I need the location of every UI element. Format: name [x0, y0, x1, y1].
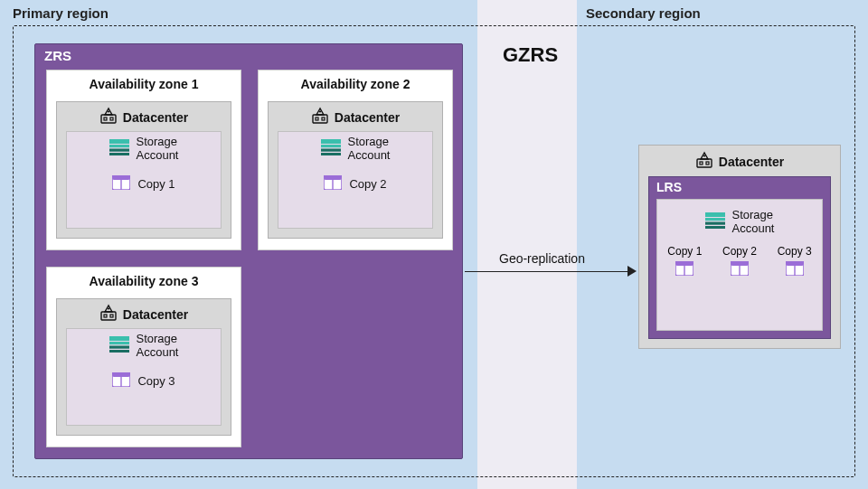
availability-zone-2: Availability zone 2 Datacenter StorageAc…: [258, 70, 453, 250]
datacenter-label: Datacenter: [335, 110, 400, 125]
copy-icon: [112, 175, 130, 193]
datacenter-label: Datacenter: [123, 110, 188, 125]
datacenter-block: Datacenter StorageAccount Copy 3: [56, 298, 231, 436]
lrs-copy-3: Copy 3: [778, 245, 812, 278]
copy-label: Copy 1: [667, 245, 702, 258]
storage-account-icon: [109, 139, 129, 159]
storage-account-icon: [705, 212, 725, 232]
lrs-title: LRS: [656, 180, 682, 194]
availability-zone-1: Availability zone 1 Datacenter StorageAc…: [46, 70, 241, 250]
copy-icon: [786, 261, 804, 278]
zrs-title: ZRS: [44, 48, 71, 63]
az-title: Availability zone 3: [47, 268, 241, 294]
copy-icon: [112, 372, 130, 390]
primary-region-label: Primary region: [13, 5, 108, 21]
storage-account-label: StorageAccount: [137, 333, 179, 360]
datacenter-inner: StorageAccount Copy 2: [278, 131, 433, 229]
geo-replication-label: Geo-replication: [499, 251, 585, 266]
copy-label: Copy 2: [349, 177, 386, 191]
datacenter-label: Datacenter: [123, 307, 188, 322]
secondary-region-label: Secondary region: [586, 5, 701, 21]
diagram-canvas: Primary region Secondary region GZRS ZRS…: [0, 0, 868, 489]
copy-label: Copy 3: [137, 374, 175, 388]
lrs-copies-row: Copy 1 Copy 2 Copy 3: [657, 245, 822, 278]
datacenter-icon: [695, 151, 713, 172]
lrs-inner: StorageAccount Copy 1 Copy 2 Copy 3: [656, 199, 823, 331]
copy-label: Copy 3: [778, 245, 812, 258]
geo-replication-arrow-line: [465, 271, 629, 272]
gzrs-label: GZRS: [503, 43, 558, 67]
storage-account-label: StorageAccount: [137, 136, 179, 163]
az-title: Availability zone 2: [259, 71, 452, 97]
lrs-copy-2: Copy 2: [722, 245, 757, 278]
datacenter-inner: StorageAccount Copy 1: [66, 131, 222, 229]
zrs-box: ZRS Availability zone 1 Datacenter Stora…: [34, 43, 463, 459]
storage-account-label: StorageAccount: [348, 136, 391, 163]
storage-account-label: StorageAccount: [732, 209, 775, 236]
lrs-copy-1: Copy 1: [667, 245, 702, 278]
geo-replication-arrow-head: [627, 266, 637, 277]
datacenter-icon: [99, 304, 118, 324]
storage-account-icon: [109, 336, 129, 356]
lrs-box: LRS StorageAccount Copy 1 Copy 2: [648, 176, 831, 339]
datacenter-icon: [311, 107, 329, 127]
secondary-datacenter: Datacenter LRS StorageAccount Copy 1 Cop…: [638, 145, 841, 349]
copy-icon: [324, 175, 342, 193]
copy-label: Copy 2: [722, 245, 757, 258]
copy-label: Copy 1: [137, 177, 175, 191]
datacenter-inner: StorageAccount Copy 3: [66, 328, 222, 426]
az-title: Availability zone 1: [47, 71, 241, 97]
copy-icon: [731, 261, 749, 278]
datacenter-icon: [99, 107, 118, 127]
availability-zone-3: Availability zone 3 Datacenter StorageAc…: [46, 267, 241, 447]
datacenter-label: Datacenter: [719, 155, 784, 169]
datacenter-block: Datacenter StorageAccount Copy 1: [56, 101, 231, 239]
copy-icon: [675, 261, 693, 278]
storage-account-icon: [321, 139, 341, 159]
datacenter-block: Datacenter StorageAccount Copy 2: [268, 101, 443, 239]
